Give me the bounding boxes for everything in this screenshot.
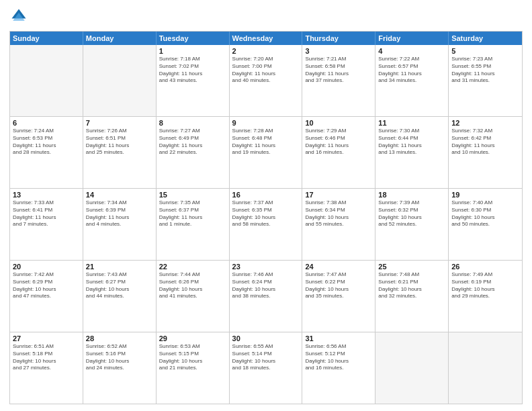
cell-line: and 28 minutes. [13,149,80,156]
calendar-cell: 7Sunrise: 7:26 AMSunset: 6:51 PMDaylight… [83,117,157,188]
day-number: 5 [451,47,519,55]
cell-line: and 44 minutes. [86,293,153,300]
header-day-wednesday: Wednesday [230,32,303,45]
cell-line: Sunrise: 7:21 AM [305,56,372,63]
day-number: 29 [159,334,226,342]
cell-line: Daylight: 10 hours [232,286,300,293]
day-number: 14 [86,191,153,199]
header-day-friday: Friday [375,32,449,45]
calendar-cell: 16Sunrise: 7:37 AMSunset: 6:35 PMDayligh… [230,189,303,260]
cell-line: Daylight: 11 hours [232,71,300,78]
day-number: 21 [86,263,153,271]
calendar-row-0: 1Sunrise: 7:18 AMSunset: 7:02 PMDaylight… [10,45,522,117]
calendar-cell: 29Sunrise: 6:53 AMSunset: 5:15 PMDayligh… [157,332,230,404]
cell-line: Daylight: 11 hours [378,71,445,78]
cell-line: and 18 minutes. [232,365,300,372]
calendar-row-1: 6Sunrise: 7:24 AMSunset: 6:53 PMDaylight… [10,117,522,189]
calendar-cell: 21Sunrise: 7:43 AMSunset: 6:27 PMDayligh… [83,261,157,332]
cell-line: Sunset: 6:51 PM [86,135,153,142]
day-number: 20 [13,263,80,271]
cell-line: Sunrise: 7:26 AM [86,128,153,135]
cell-line: Sunset: 6:37 PM [159,207,226,214]
cell-line: Daylight: 11 hours [451,71,519,78]
calendar-cell: 1Sunrise: 7:18 AMSunset: 7:02 PMDaylight… [157,45,230,116]
day-number: 9 [232,119,300,127]
day-number: 28 [86,334,153,342]
cell-line: and 47 minutes. [13,293,80,300]
cell-line: Daylight: 10 hours [159,286,226,293]
day-number: 25 [378,263,445,271]
day-number: 13 [13,191,80,199]
page: SundayMondayTuesdayWednesdayThursdayFrid… [0,0,532,411]
calendar-cell: 26Sunrise: 7:49 AMSunset: 6:19 PMDayligh… [449,261,522,332]
header-day-sunday: Sunday [10,32,83,45]
calendar-cell: 15Sunrise: 7:35 AMSunset: 6:37 PMDayligh… [157,189,230,260]
cell-line: Daylight: 11 hours [86,214,153,222]
cell-line: and 16 minutes. [305,149,372,156]
day-number: 18 [378,191,445,199]
calendar-cell: 30Sunrise: 6:55 AMSunset: 5:14 PMDayligh… [230,332,303,404]
day-number: 12 [451,119,519,127]
day-number: 10 [305,119,372,127]
cell-line: Sunset: 6:27 PM [86,279,153,286]
cell-line: and 55 minutes. [305,221,372,228]
calendar-row-2: 13Sunrise: 7:33 AMSunset: 6:41 PMDayligh… [10,189,522,261]
cell-line: and 50 minutes. [451,221,519,228]
cell-line: Sunrise: 7:27 AM [159,128,226,135]
cell-line: Sunset: 6:48 PM [232,135,300,142]
calendar-cell: 23Sunrise: 7:46 AMSunset: 6:24 PMDayligh… [230,261,303,332]
cell-line: Daylight: 10 hours [13,286,80,293]
calendar-cell: 5Sunrise: 7:23 AMSunset: 6:55 PMDaylight… [449,45,522,116]
cell-line: Sunset: 5:15 PM [159,351,226,358]
day-number: 15 [159,191,226,199]
day-number: 8 [159,119,226,127]
cell-line: Sunset: 6:24 PM [232,279,300,286]
cell-line: Sunset: 6:58 PM [305,63,372,71]
cell-line: Daylight: 11 hours [378,142,445,150]
cell-line: Sunrise: 7:39 AM [378,199,445,207]
header [9,7,523,26]
calendar: SundayMondayTuesdayWednesdayThursdayFrid… [9,31,523,404]
cell-line: and 34 minutes. [378,77,445,85]
cell-line: Sunset: 6:42 PM [451,135,519,142]
cell-line: Sunrise: 7:29 AM [305,128,372,135]
logo [9,7,32,26]
day-number: 11 [378,119,445,127]
cell-line: and 4 minutes. [86,221,153,228]
cell-line: Daylight: 10 hours [305,358,372,365]
calendar-cell: 19Sunrise: 7:40 AMSunset: 6:30 PMDayligh… [449,189,522,260]
cell-line: Sunset: 6:32 PM [378,207,445,214]
cell-line: Sunset: 6:39 PM [86,207,153,214]
cell-line: Daylight: 10 hours [305,286,372,293]
cell-line: and 58 minutes. [232,221,300,228]
calendar-row-4: 27Sunrise: 6:51 AMSunset: 5:18 PMDayligh… [10,332,522,404]
cell-line: and 19 minutes. [232,149,300,156]
cell-line: Sunset: 6:30 PM [451,207,519,214]
cell-line: Daylight: 11 hours [13,142,80,150]
calendar-cell: 3Sunrise: 7:21 AMSunset: 6:58 PMDaylight… [302,45,375,116]
cell-line: Sunrise: 7:23 AM [451,56,519,63]
cell-line: Daylight: 11 hours [305,142,372,150]
calendar-cell: 11Sunrise: 7:30 AMSunset: 6:44 PMDayligh… [375,117,449,188]
cell-line: and 21 minutes. [159,365,226,372]
cell-line: Daylight: 10 hours [86,286,153,293]
cell-line: Daylight: 11 hours [159,142,226,150]
cell-line: and 22 minutes. [159,149,226,156]
day-number: 17 [305,191,372,199]
cell-line: Sunrise: 7:38 AM [305,199,372,207]
cell-line: and 13 minutes. [378,149,445,156]
day-number: 23 [232,263,300,271]
cell-line: Sunrise: 7:40 AM [451,199,519,207]
cell-line: and 37 minutes. [305,77,372,85]
cell-line: Sunrise: 7:33 AM [13,199,80,207]
calendar-cell: 24Sunrise: 7:47 AMSunset: 6:22 PMDayligh… [302,261,375,332]
cell-line: Sunset: 6:29 PM [13,279,80,286]
cell-line: and 38 minutes. [232,293,300,300]
cell-line: Sunrise: 7:30 AM [378,128,445,135]
calendar-cell: 22Sunrise: 7:44 AMSunset: 6:26 PMDayligh… [157,261,230,332]
cell-line: Sunrise: 7:37 AM [232,199,300,207]
header-day-saturday: Saturday [449,32,522,45]
cell-line: Sunrise: 7:18 AM [159,56,226,63]
cell-line: Sunrise: 6:52 AM [86,343,153,351]
calendar-cell: 31Sunrise: 6:56 AMSunset: 5:12 PMDayligh… [302,332,375,404]
